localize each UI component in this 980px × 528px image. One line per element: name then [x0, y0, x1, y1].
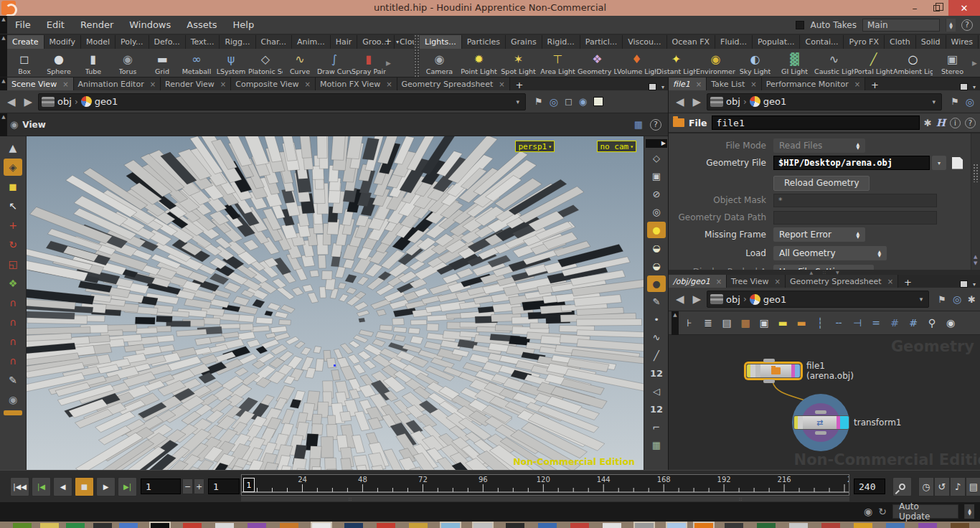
close-icon[interactable]: × [750, 80, 756, 88]
pane-layout-icon[interactable] [960, 83, 968, 90]
network-tool-button[interactable]: ▤ [719, 315, 735, 331]
pane-tab[interactable]: Take List × [707, 77, 762, 90]
shelf-tab[interactable]: Anim... [292, 35, 331, 49]
shelf-tab[interactable]: Text... [186, 35, 220, 49]
shelf-tool[interactable]: ⊤ Area Light [538, 49, 578, 77]
toolbar-button[interactable]: ↖ [4, 197, 22, 214]
memory-usage-icon[interactable]: ◉ [864, 506, 872, 517]
param-scrollbar[interactable]: ▲▼ [971, 133, 980, 270]
toolbar-button[interactable]: ∩ [4, 352, 22, 369]
close-icon[interactable]: × [62, 80, 68, 88]
info-icon[interactable]: i [950, 118, 961, 128]
shelf-tab[interactable]: Contai... [800, 35, 844, 49]
pane-tab[interactable]: Tree View × [727, 275, 786, 288]
toolbar-button[interactable]: ◒ [647, 258, 666, 274]
shelf-tool[interactable]: ψ LSystem [214, 49, 248, 77]
new-tab-icon[interactable]: + [510, 80, 529, 90]
taskbar-item[interactable] [854, 523, 872, 528]
nav-forward-icon[interactable]: ▶ [22, 95, 36, 108]
houdini-engine-icon[interactable]: H [936, 117, 946, 128]
network-tool-button[interactable]: ▬ [775, 315, 791, 331]
taskbar-item[interactable] [789, 523, 808, 528]
toolbar-button[interactable]: ◼ [4, 178, 22, 195]
network-tool-button[interactable]: ≣ [700, 315, 716, 331]
network-tool-button[interactable]: ▣ [756, 315, 772, 331]
breadcrumb[interactable]: obj › geo1 ▾ [707, 93, 942, 110]
network-tool-button[interactable]: = [868, 315, 884, 331]
new-tab-icon[interactable]: + [865, 80, 885, 90]
toolbar-button[interactable]: ▣ [647, 168, 666, 184]
pane-expand-strip[interactable]: ▲ [672, 311, 679, 335]
camera-menu[interactable]: persp1 ▾ [515, 141, 555, 152]
shelf-tab[interactable]: Poly... [116, 35, 149, 49]
toolbar-button[interactable]: ⌐ [647, 419, 666, 435]
shelf-tool[interactable]: ◉ Camera [420, 49, 459, 77]
taskbar-item[interactable] [538, 523, 557, 528]
pane-tab[interactable]: Geometry Spreadsheet × [397, 77, 510, 90]
toolbar-button[interactable]: ⊘ [647, 186, 666, 202]
shelf-tool[interactable]: ○ Ambient Lig... [893, 49, 933, 77]
taskbar-item[interactable] [757, 523, 776, 528]
help-icon[interactable]: ? [961, 19, 973, 31]
shelf-tab[interactable]: Viscou... [623, 35, 666, 49]
range-end-field[interactable]: 240 [854, 478, 885, 494]
taskbar-item[interactable] [409, 523, 428, 528]
shelf-tool[interactable]: ◉ Environmen... [696, 49, 735, 77]
taskbar-item[interactable] [886, 523, 905, 528]
network-tool-button[interactable]: ┆ [812, 315, 828, 331]
nav-forward-icon[interactable]: ▶ [690, 293, 705, 306]
export-channels-button[interactable]: ▤ [966, 477, 980, 496]
menu-item[interactable]: Windows [121, 16, 179, 34]
nav-back-icon[interactable]: ◀ [673, 293, 687, 306]
toolbar-button[interactable]: ◈ [4, 159, 22, 176]
taskbar-item[interactable] [215, 523, 234, 528]
file-history-dropdown-icon[interactable]: ▾ [932, 156, 946, 170]
network-tool-button[interactable]: ▦ [738, 315, 753, 331]
load-menu[interactable]: All Geometry ▲▼ [773, 246, 887, 260]
loop-mode-button[interactable]: ↺ [934, 477, 950, 496]
pane-expand-strip[interactable]: ▲ [0, 77, 7, 90]
transport-button[interactable]: ■ [75, 477, 94, 496]
shelf-tab[interactable]: Lights... [420, 35, 462, 49]
network-tool-button[interactable]: # [887, 315, 903, 331]
transport-button[interactable]: ◀ [53, 477, 72, 496]
toolbar-button[interactable]: ↻ [4, 236, 22, 253]
pane-tab[interactable]: Performance Monitor × [762, 77, 865, 90]
toolbar-button[interactable]: ▦ [647, 437, 666, 453]
taskbar-item[interactable] [40, 523, 59, 528]
node-input-nub[interactable] [763, 359, 775, 362]
shelf-tab[interactable]: Pyro FX [844, 35, 885, 49]
network-tool-button[interactable]: ▬ [793, 315, 809, 331]
toolbar-button[interactable]: ∿ [647, 329, 666, 346]
cam-link-menu[interactable]: no cam ▾ [597, 141, 636, 152]
taskbar-item[interactable] [248, 523, 266, 528]
close-button[interactable]: ✕ [948, 0, 980, 16]
shelf-tool[interactable]: ∞ Metaball [179, 49, 214, 77]
reload-geometry-button[interactable]: Reload Geometry [773, 176, 870, 191]
scrollbar-grip[interactable] [973, 164, 979, 182]
path-dropdown-icon[interactable]: ▾ [917, 296, 926, 303]
param-help-icon[interactable]: ? [965, 118, 976, 128]
shelf-tool[interactable]: ╱ Portal Light [854, 49, 893, 77]
shelf-tool[interactable]: ♦ Volume Light [617, 49, 656, 77]
gear-icon[interactable]: ✱ [968, 294, 976, 305]
follow-selection-icon[interactable]: ◎ [966, 96, 974, 108]
shelf-tool[interactable]: ◻ Box [7, 49, 42, 77]
update-mode-icon[interactable]: ↻ [878, 506, 887, 517]
transport-button[interactable]: ▶| [118, 477, 137, 496]
shelf-tool[interactable]: ▮ Tube [76, 49, 110, 77]
shelf-tab[interactable]: Wires [946, 35, 979, 49]
taskbar-item[interactable] [93, 523, 112, 528]
node-output-nub[interactable] [815, 431, 826, 435]
shelf-tab[interactable]: Model [81, 35, 116, 49]
pin-icon[interactable]: ⚑ [534, 96, 543, 107]
shading-mode-icon[interactable]: ◻ [565, 96, 573, 107]
shelf-add-tab-icon[interactable]: + [385, 37, 392, 47]
toolbar-button[interactable]: ◎ [647, 204, 666, 220]
transport-button[interactable]: |◀ [32, 477, 51, 496]
shelf-tab[interactable]: Hair [331, 35, 358, 49]
range-start-field[interactable]: 1 [141, 478, 181, 494]
timeline-ruler[interactable]: 24487296120144168192216240 1 [241, 474, 849, 496]
menu-item[interactable]: Render [72, 16, 121, 34]
toolbar-button[interactable]: 12 [647, 365, 666, 382]
